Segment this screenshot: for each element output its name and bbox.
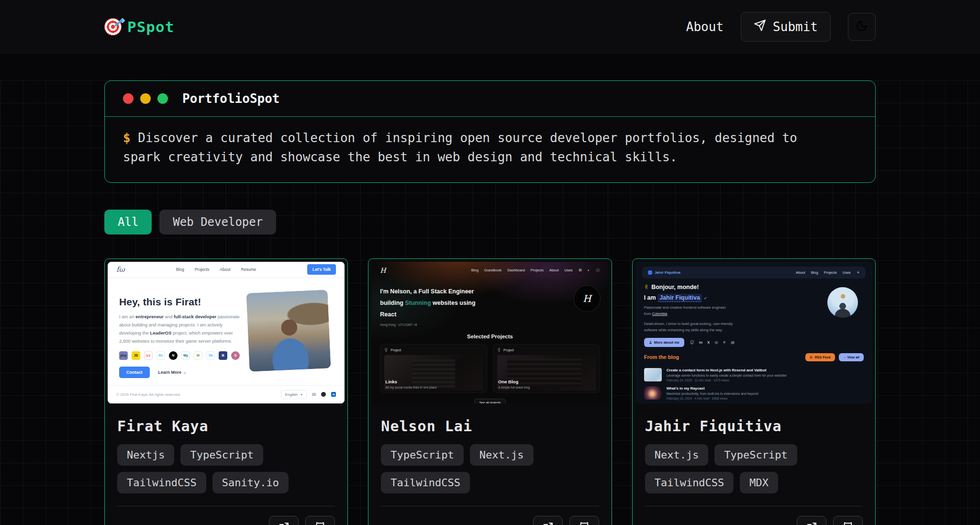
mini-more-about-button: More about me [644, 338, 684, 347]
github-repo-button[interactable] [305, 516, 335, 525]
card-info: Firat Kaya Nextjs TypeScript TailwindCSS… [105, 406, 347, 525]
portfolio-card-firat-kaya: fω Blog Projects About Resume Let's Talk… [104, 258, 348, 525]
mini-greeting: Bonjour, monde! [644, 283, 823, 290]
avatar-icon [596, 268, 600, 272]
mini-nav-link: Resume [241, 267, 256, 272]
github-icon [321, 392, 326, 397]
mini-view-all-button: → View all [839, 353, 864, 361]
mini-rss-button: RSS Feed [805, 353, 835, 361]
github-icon [314, 522, 326, 525]
mongodb-icon: M [194, 351, 202, 360]
prompt-symbol: $ [123, 131, 131, 145]
mini-nav-link: About [549, 268, 559, 272]
mini-post-thumbnail [644, 368, 662, 381]
portfolio-card-jahir-fiquitiva: Jahir Fiquitiva About Blog Projects Uses [632, 258, 876, 525]
open-site-button[interactable] [533, 516, 563, 525]
nav-right: About Submit [686, 12, 876, 42]
sun-icon [857, 270, 860, 275]
mini-see-all-button: See all projects [474, 399, 506, 403]
portfolio-preview-firat[interactable]: fω Blog Projects About Resume Let's Talk… [108, 262, 345, 403]
mini-brand-icon [648, 270, 652, 275]
mini-name-highlight: Jahir Fiquitiva [657, 294, 702, 302]
external-link-icon [542, 522, 554, 525]
mini-navbar: Jahir Fiquitiva About Blog Projects Uses [642, 267, 866, 279]
filter-web-developer[interactable]: Web Developer [159, 210, 276, 235]
mini-learn-more-link: Learn More → [158, 370, 187, 375]
portfolio-grid: fω Blog Projects About Resume Let's Talk… [104, 258, 876, 525]
mini-nav-link: Blog [471, 268, 479, 272]
terminal-body: $ Discover a curated collection of inspi… [105, 117, 851, 182]
brand[interactable]: PSpot [104, 18, 174, 35]
mini-hero: Hey, this is Firat! I am an entrepreneur… [108, 278, 345, 378]
open-site-button[interactable] [797, 516, 826, 525]
top-navbar: PSpot About Submit [0, 0, 980, 54]
mini-nav-link: About [220, 267, 230, 272]
brand-name: PSpot [127, 18, 174, 35]
mini-headline: I'm Nelson, a Full Stack Engineer buildi… [380, 286, 475, 321]
tech-tag: TailwindCSS [381, 472, 470, 493]
page-background: PortfolioSpot $ Discover a curated colle… [0, 80, 980, 525]
mini-bio-1: Passionate and creative frontend softwar… [644, 304, 823, 317]
mini-projects: Project Links All my social media links … [371, 339, 608, 393]
card-name: Nelson Lai [381, 418, 599, 435]
lightbulb-icon [384, 348, 388, 352]
mini-blog-title: From the blog [644, 354, 679, 360]
react-icon: Re [156, 351, 165, 360]
mini-project-card: Project Links All my social media links … [380, 344, 487, 393]
bootstrap-icon: B [219, 351, 227, 360]
mini-nav-link: Blog [811, 270, 818, 275]
mini-nav-links: Blog Projects About Resume [176, 267, 256, 272]
dartboard-icon [104, 18, 122, 35]
verified-check-icon [702, 294, 707, 301]
submit-button[interactable]: Submit [741, 12, 831, 42]
x-icon: X [707, 340, 710, 345]
mini-blog-posts: Create a contact form in Next.js with Re… [635, 362, 872, 403]
send-icon [754, 19, 766, 34]
mini-avatar: H [574, 286, 600, 312]
mini-blog-post: Create a contact form in Next.js with Re… [644, 368, 864, 382]
tech-tag: MDX [740, 472, 778, 493]
card-actions [645, 506, 863, 525]
bluesky-icon: ✳ [723, 340, 726, 345]
portfolio-preview-nelson[interactable]: H Blog Guestbook Dashboard Projects Abou… [371, 262, 608, 403]
mini-nav-link: Uses [565, 268, 573, 272]
external-link-icon [806, 522, 817, 525]
mini-nav-link: Uses [843, 270, 851, 275]
theme-toggle-button[interactable] [848, 13, 876, 41]
mini-project-desc: All my social media links in one place [385, 386, 482, 389]
portfolio-preview-jahir[interactable]: Jahir Fiquitiva About Blog Projects Uses [635, 262, 872, 403]
tech-tag: Nextjs [117, 444, 174, 466]
github-repo-button[interactable] [569, 516, 599, 525]
mini-post-meta: February 24, 2025 · 11 min read · 1479 v… [667, 379, 787, 382]
mini-nav-link: Projects [824, 270, 837, 275]
tech-tag: TypeScript [714, 444, 797, 466]
traffic-light-red [123, 93, 134, 104]
card-actions [381, 506, 599, 525]
mysql-icon: My [181, 351, 190, 360]
nav-link-about[interactable]: About [686, 20, 724, 34]
mini-project-desc: A simple full-stack blog [498, 386, 595, 389]
mini-post-title: Create a contact form in Next.js with Re… [667, 368, 787, 372]
nextjs-icon: N [169, 351, 178, 360]
mini-social-icons: in X ◎ ✳ @ [690, 340, 735, 345]
github-icon [842, 522, 854, 525]
mini-hero: Bonjour, monde! I am Jahir Fiquitiva Pas… [635, 279, 872, 347]
mini-copyright: © 2025 Firat Kaya. All rights reserved. [116, 392, 181, 397]
github-repo-button[interactable] [833, 516, 863, 525]
tech-tag: TypeScript [381, 444, 463, 466]
linkedin-icon: in [699, 340, 702, 345]
mini-bio-2: Detail-driven, I strive to build great-l… [644, 321, 823, 334]
colombia-link: Colombia [652, 312, 668, 316]
stunning-highlight: Stunning [405, 300, 431, 306]
mini-project-title: One Blog [498, 379, 595, 384]
mini-blog-post: What's in my Raycast Maximize productivi… [644, 386, 864, 400]
mini-nav-link: Blog [176, 267, 184, 272]
card-info: Nelson Lai TypeScript Next.js TailwindCS… [368, 406, 611, 525]
open-site-button[interactable] [269, 516, 299, 525]
portfolio-card-nelson-lai: H Blog Guestbook Dashboard Projects Abou… [368, 258, 612, 525]
filter-all[interactable]: All [104, 210, 152, 235]
mini-intro: I am Jahir Fiquitiva [644, 294, 823, 301]
mini-cta-button: Let's Talk [307, 264, 336, 275]
linkedin-icon: in [331, 392, 336, 397]
mini-navbar: H Blog Guestbook Dashboard Projects Abou… [371, 262, 608, 279]
